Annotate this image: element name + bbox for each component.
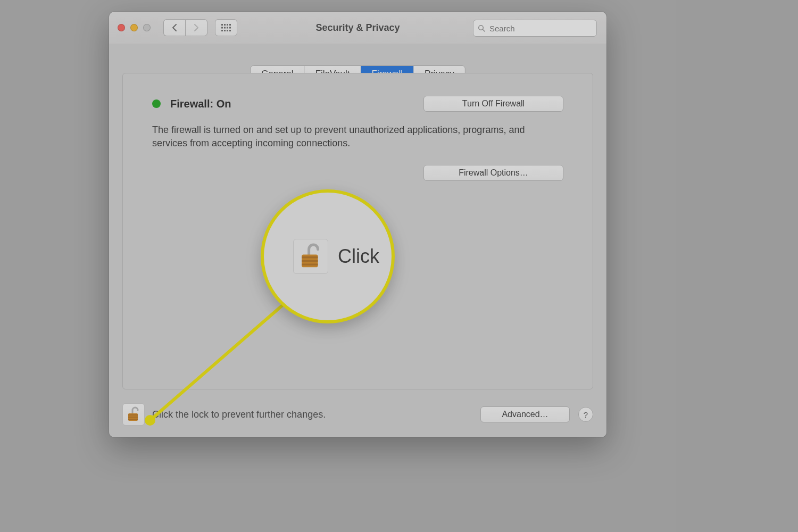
status-indicator-icon: [152, 99, 161, 108]
show-all-button[interactable]: [215, 19, 237, 36]
firewall-status-label: Firewall: On: [170, 98, 231, 110]
turn-off-firewall-button[interactable]: Turn Off Firewall: [423, 96, 563, 112]
search-icon: [478, 24, 485, 32]
grid-icon: [221, 24, 231, 31]
svg-line-13: [483, 29, 485, 31]
svg-rect-17: [128, 419, 138, 420]
nav-buttons: [163, 19, 207, 36]
svg-rect-9: [224, 30, 226, 31]
search-input[interactable]: [488, 23, 592, 34]
bottom-bar: Click the lock to prevent further change…: [122, 401, 593, 428]
svg-rect-0: [221, 24, 223, 26]
svg-rect-23: [302, 264, 318, 265]
lock-button[interactable]: [122, 403, 145, 426]
chevron-right-icon: [193, 23, 200, 32]
zoom-window-icon[interactable]: [143, 24, 151, 31]
svg-rect-2: [227, 24, 228, 26]
status-row: Firewall: On Turn Off Firewall: [152, 96, 563, 112]
callout-text: Click: [338, 245, 379, 268]
svg-rect-3: [229, 24, 231, 26]
chevron-left-icon: [171, 23, 178, 32]
svg-rect-10: [227, 30, 228, 31]
minimize-window-icon[interactable]: [130, 24, 138, 31]
lock-hint-label: Click the lock to prevent further change…: [152, 409, 326, 420]
window-controls: [118, 24, 151, 31]
search-field[interactable]: [473, 20, 597, 37]
svg-rect-8: [221, 30, 223, 31]
svg-rect-21: [302, 256, 318, 258]
svg-rect-11: [229, 30, 231, 31]
unlocked-lock-icon: [299, 243, 322, 270]
svg-rect-1: [224, 24, 226, 26]
unlocked-lock-icon: [127, 406, 140, 422]
help-button[interactable]: ?: [578, 407, 593, 422]
forward-button[interactable]: [185, 19, 207, 36]
svg-rect-4: [221, 27, 223, 29]
titlebar: Security & Privacy: [109, 12, 606, 44]
svg-rect-16: [128, 417, 138, 418]
svg-rect-6: [227, 27, 228, 29]
firewall-options-button[interactable]: Firewall Options…: [423, 165, 563, 181]
advanced-button[interactable]: Advanced…: [480, 406, 570, 422]
back-button[interactable]: [163, 19, 185, 36]
svg-rect-5: [224, 27, 226, 29]
callout-magnifier: Click: [261, 189, 395, 323]
close-window-icon[interactable]: [118, 24, 125, 31]
firewall-description: The firewall is turned on and set up to …: [152, 123, 556, 150]
svg-rect-15: [128, 414, 138, 415]
svg-rect-22: [302, 260, 318, 262]
svg-rect-7: [229, 27, 231, 29]
callout-lock-button: [293, 239, 328, 274]
